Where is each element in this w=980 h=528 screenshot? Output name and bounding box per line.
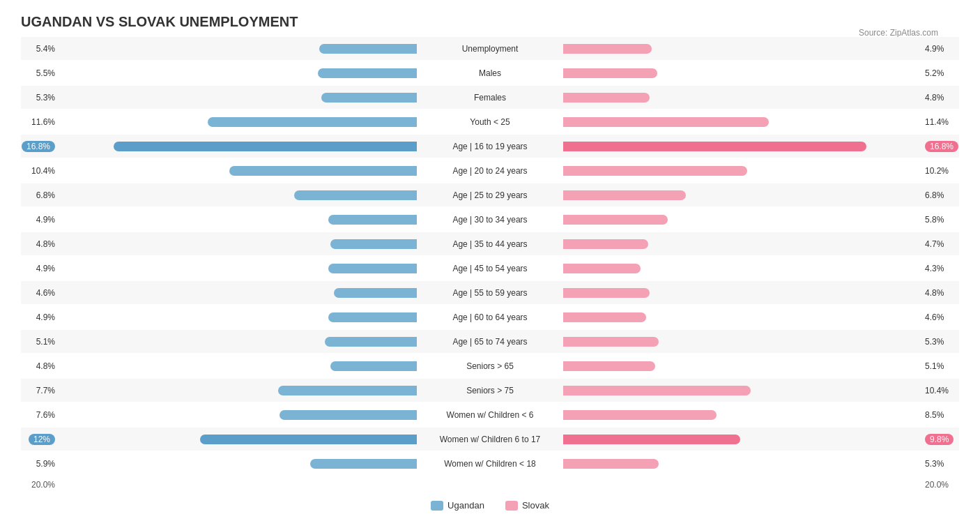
chart-row: 10.4%Age | 20 to 24 years10.2% [21, 159, 959, 182]
right-value: 9.8% [921, 435, 959, 444]
slovak-bar [563, 459, 659, 469]
right-value: 5.1% [921, 361, 959, 371]
slovak-bar [563, 264, 641, 273]
right-value: 10.2% [921, 166, 959, 176]
slovak-bar [563, 312, 646, 322]
ugandan-bar [114, 142, 417, 151]
ugandan-bar [319, 44, 417, 54]
bars-wrapper: Age | 30 to 34 years [59, 208, 921, 231]
bar-label: Females [417, 93, 563, 103]
slovak-bar [563, 44, 652, 54]
slovak-bar [563, 166, 747, 176]
chart-row: 4.6%Age | 55 to 59 years4.8% [21, 281, 959, 304]
slovak-bar [563, 410, 717, 420]
ugandan-bar [229, 166, 417, 176]
axis-right-label: 20.0% [921, 480, 959, 490]
right-value: 4.8% [921, 93, 959, 103]
chart-row: 4.9%Age | 30 to 34 years5.8% [21, 208, 959, 231]
ugandan-bar [328, 215, 417, 225]
left-value: 4.8% [21, 239, 59, 249]
ugandan-bar [328, 264, 417, 273]
legend-slovak-label: Slovak [522, 500, 549, 511]
bars-wrapper: Age | 25 to 29 years [59, 183, 921, 206]
chart-row: 5.3%Females4.8% [21, 86, 959, 109]
bar-label: Seniors > 65 [417, 361, 563, 371]
ugandan-bar [330, 239, 417, 249]
ugandan-bar [200, 435, 417, 444]
left-value: 12% [21, 435, 59, 444]
bars-wrapper: Unemployment [59, 37, 921, 60]
ugandan-bar [325, 337, 417, 347]
bars-wrapper: Women w/ Children 6 to 17 [59, 428, 921, 451]
bars-wrapper: Age | 45 to 54 years [59, 257, 921, 280]
right-value: 4.7% [921, 239, 959, 249]
ugandan-bar [328, 312, 417, 322]
left-value: 6.8% [21, 190, 59, 200]
chart-title: UGANDAN VS SLOVAK UNEMPLOYMENT [21, 14, 959, 30]
slovak-bar [563, 93, 650, 103]
left-value: 5.5% [21, 68, 59, 78]
bar-label: Unemployment [417, 44, 563, 54]
bars-wrapper: Females [59, 86, 921, 109]
left-value: 4.9% [21, 264, 59, 273]
axis-left-label: 20.0% [21, 480, 59, 490]
legend-ugandan-label: Ugandan [447, 500, 484, 511]
bar-label: Seniors > 75 [417, 386, 563, 395]
bar-label: Males [417, 68, 563, 78]
chart-row: 5.9%Women w/ Children < 185.3% [21, 452, 959, 475]
legend-ugandan-color [431, 501, 443, 511]
chart-row: 12%Women w/ Children 6 to 179.8% [21, 428, 959, 451]
right-value: 8.5% [921, 410, 959, 420]
bars-wrapper: Age | 16 to 19 years [59, 135, 921, 158]
chart-row: 7.6%Women w/ Children < 68.5% [21, 403, 959, 426]
right-value: 4.6% [921, 312, 959, 322]
bar-label: Age | 60 to 64 years [417, 312, 563, 322]
bar-label: Age | 25 to 29 years [417, 190, 563, 200]
chart-row: 6.8%Age | 25 to 29 years6.8% [21, 183, 959, 206]
ugandan-bar [318, 68, 417, 78]
ugandan-bar [294, 190, 417, 200]
chart-row: 5.5%Males5.2% [21, 61, 959, 84]
legend: Ugandan Slovak [21, 500, 959, 511]
ugandan-bar [278, 386, 417, 395]
slovak-bar [563, 239, 648, 249]
bar-label: Women w/ Children < 6 [417, 410, 563, 420]
left-value: 10.4% [21, 166, 59, 176]
slovak-bar [563, 435, 740, 444]
bars-wrapper: Age | 20 to 24 years [59, 159, 921, 182]
ugandan-bar [280, 410, 417, 420]
right-value: 6.8% [921, 190, 959, 200]
bar-label: Age | 45 to 54 years [417, 264, 563, 273]
bar-label: Age | 65 to 74 years [417, 337, 563, 347]
ugandan-bar [321, 93, 417, 103]
chart-container: 5.4%Unemployment4.9%5.5%Males5.2%5.3%Fem… [21, 37, 959, 511]
left-value: 4.9% [21, 215, 59, 225]
bar-label: Women w/ Children 6 to 17 [417, 435, 563, 444]
slovak-bar [563, 215, 668, 225]
slovak-bar [563, 68, 657, 78]
right-value: 5.3% [921, 459, 959, 469]
bars-wrapper: Women w/ Children < 18 [59, 452, 921, 475]
ugandan-bar [330, 361, 417, 371]
chart-row: 7.7%Seniors > 7510.4% [21, 379, 959, 402]
bar-label: Age | 35 to 44 years [417, 239, 563, 249]
left-value: 5.3% [21, 93, 59, 103]
chart-row: 4.8%Age | 35 to 44 years4.7% [21, 232, 959, 255]
left-value: 5.9% [21, 459, 59, 469]
slovak-bar [563, 117, 769, 127]
chart-row: 16.8%Age | 16 to 19 years16.8% [21, 135, 959, 158]
left-value: 7.6% [21, 410, 59, 420]
left-value: 4.9% [21, 312, 59, 322]
slovak-bar [563, 361, 655, 371]
left-value: 5.4% [21, 44, 59, 54]
ugandan-bar [310, 459, 417, 469]
bar-label: Youth < 25 [417, 117, 563, 127]
bar-label: Age | 30 to 34 years [417, 215, 563, 225]
right-value: 4.3% [921, 264, 959, 273]
right-value: 5.3% [921, 337, 959, 347]
bars-wrapper: Males [59, 61, 921, 84]
slovak-bar [563, 142, 866, 151]
bars-wrapper: Seniors > 65 [59, 354, 921, 377]
left-value: 4.8% [21, 361, 59, 371]
chart-row: 5.1%Age | 65 to 74 years5.3% [21, 330, 959, 353]
